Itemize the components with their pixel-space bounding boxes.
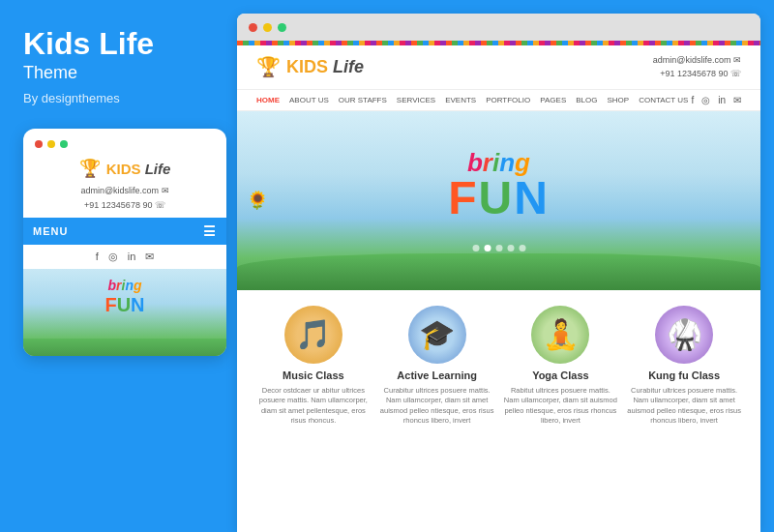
class-name-music: Music Class	[256, 369, 371, 381]
classes-grid: 🎵 Music Class Decor ostdcaer ur abitur u…	[256, 306, 741, 427]
theme-author: By designthemes	[23, 91, 214, 105]
mobile-preview-card: 🏆 KIDS Life admin@kidslife.com ✉ +91 123…	[23, 129, 226, 356]
site-nav-social: f ◎ in ✉	[691, 95, 741, 105]
class-item-music: 🎵 Music Class Decor ostdcaer ur abitur u…	[256, 306, 371, 427]
hero-carousel-dots	[472, 245, 525, 251]
hero-grass-strip	[237, 253, 760, 290]
hero-fun-word: FUN	[448, 175, 550, 222]
left-panel: Kids Life Theme By designthemes 🏆 KIDS L…	[0, 0, 237, 532]
mobile-phone: +91 12345678 90 ☏	[33, 198, 217, 212]
hamburger-icon: ☰	[203, 224, 217, 238]
theme-title: Kids Life	[23, 27, 214, 61]
nav-home[interactable]: HOME	[256, 96, 280, 104]
browser-dot-red	[249, 23, 257, 32]
class-avatar-learning: 🎓	[408, 306, 466, 364]
site-nav: HOME ABOUT US OUR STAFFS SERVICES EVENTS…	[237, 90, 760, 111]
mobile-bring-fun: bring FUN	[104, 277, 144, 315]
social-email-icon[interactable]: ✉	[145, 251, 154, 263]
nav-shop[interactable]: SHOP	[607, 96, 629, 104]
browser-dot-yellow	[263, 23, 272, 32]
class-avatar-kungfu: 🥋	[655, 306, 713, 364]
nav-blog[interactable]: BLOG	[576, 96, 597, 104]
mobile-email: admin@kidslife.com ✉	[33, 184, 217, 197]
class-name-learning: Active Learning	[380, 369, 494, 381]
nav-services[interactable]: SERVICES	[397, 96, 435, 104]
nav-contact[interactable]: CONTACT US	[639, 96, 688, 104]
class-name-kungfu: Kung fu Class	[627, 369, 741, 381]
class-desc-learning: Curabitur ultrices posuere mattis. Nam u…	[380, 386, 494, 427]
hero-dot-3[interactable]	[495, 245, 502, 251]
class-desc-yoga: Rabitut ultrices posuere mattis. Nam ull…	[504, 386, 618, 427]
nav-facebook-icon[interactable]: f	[691, 95, 694, 105]
mobile-dot-yellow	[47, 140, 55, 148]
mobile-menu-label: MENU	[33, 225, 68, 237]
class-item-yoga: 🧘 Yoga Class Rabitut ultrices posuere ma…	[504, 306, 618, 427]
classes-section: 🎵 Music Class Decor ostdcaer ur abitur u…	[237, 290, 760, 532]
nav-instagram-icon[interactable]: ◎	[701, 95, 710, 105]
mobile-logo-row: 🏆 KIDS Life	[33, 158, 217, 179]
hero-dot-2[interactable]	[484, 245, 491, 251]
hero-dot-5[interactable]	[519, 245, 525, 251]
site-logo-text: KIDS Life	[286, 57, 364, 77]
class-item-kungfu: 🥋 Kung fu Class Curabitur ultrices posue…	[627, 306, 741, 427]
site-header: 🏆 KIDS Life admin@kidslife.com ✉ +91 123…	[237, 45, 760, 90]
nav-linkedin-icon[interactable]: in	[718, 95, 726, 105]
class-name-yoga: Yoga Class	[504, 369, 618, 381]
site-trophy-icon: 🏆	[256, 55, 281, 78]
social-instagram-icon[interactable]: ◎	[108, 251, 118, 263]
social-linkedin-icon[interactable]: in	[128, 251, 136, 263]
site-hero: 🌻 bring FUN	[237, 111, 760, 290]
site-contact-info: admin@kidslife.com ✉ +91 12345678 90 ☏	[653, 53, 741, 81]
mobile-grass-strip	[23, 339, 226, 356]
hero-dot-4[interactable]	[507, 245, 514, 251]
browser-dot-green	[278, 23, 286, 32]
mobile-dot-green	[60, 140, 68, 148]
browser-preview: 🏆 KIDS Life admin@kidslife.com ✉ +91 123…	[237, 14, 760, 532]
mobile-life-text: Life	[145, 161, 171, 177]
hero-bring-fun-text: bring FUN	[448, 150, 550, 222]
site-kids-text: KIDS	[286, 57, 328, 76]
social-facebook-icon[interactable]: f	[96, 251, 99, 263]
class-avatar-music: 🎵	[284, 306, 342, 364]
site-life-text: Life	[333, 57, 364, 76]
sun-icon: 🌻	[247, 190, 268, 211]
theme-subtitle: Theme	[23, 63, 214, 83]
mobile-trophy-icon: 🏆	[79, 158, 101, 179]
class-desc-music: Decor ostdcaer ur abitur ultrices posuer…	[256, 386, 371, 427]
mobile-dot-red	[35, 140, 43, 148]
mobile-contact: admin@kidslife.com ✉ +91 12345678 90 ☏	[33, 184, 217, 212]
browser-chrome-bar	[237, 14, 760, 41]
site-logo-row: 🏆 KIDS Life	[256, 55, 364, 78]
nav-staffs[interactable]: OUR STAFFS	[339, 96, 387, 104]
mobile-window-dots	[33, 140, 217, 148]
site-phone: +91 12345678 90 ☏	[653, 67, 741, 80]
mobile-fun-text: FUN	[104, 294, 144, 315]
mobile-menu-bar[interactable]: MENU ☰	[23, 218, 226, 245]
mobile-kids-text: KIDS	[106, 161, 141, 177]
class-desc-kungfu: Curabitur ultrices posuere mattis. Nam u…	[627, 386, 741, 427]
nav-pages[interactable]: PAGES	[540, 96, 566, 104]
class-item-learning: 🎓 Active Learning Curabitur ultrices pos…	[380, 306, 494, 427]
site-email: admin@kidslife.com ✉	[653, 53, 741, 67]
hero-dot-1[interactable]	[472, 245, 479, 251]
mobile-logo-text: KIDS Life	[106, 161, 171, 177]
browser-content: 🏆 KIDS Life admin@kidslife.com ✉ +91 123…	[237, 41, 760, 532]
nav-portfolio[interactable]: PORTFOLIO	[486, 96, 530, 104]
mobile-bring-text: bring	[107, 278, 141, 293]
mobile-social-row: f ◎ in ✉	[33, 245, 217, 269]
mobile-hero: bring FUN	[23, 269, 226, 356]
nav-email-icon[interactable]: ✉	[733, 95, 741, 105]
nav-about[interactable]: ABOUT US	[289, 96, 329, 104]
site-nav-links: HOME ABOUT US OUR STAFFS SERVICES EVENTS…	[256, 96, 688, 104]
nav-events[interactable]: EVENTS	[445, 96, 476, 104]
class-avatar-yoga: 🧘	[531, 306, 589, 364]
